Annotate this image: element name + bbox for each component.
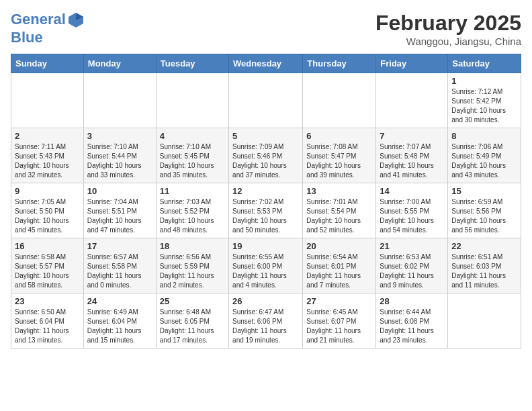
calendar-cell: 25Sunrise: 6:48 AM Sunset: 6:05 PM Dayli… [156,293,228,349]
day-number: 21 [380,241,444,251]
day-info: Sunrise: 6:59 AM Sunset: 5:56 PM Dayligh… [451,197,517,235]
calendar-cell [448,293,521,349]
day-number: 2 [15,131,80,141]
day-number: 16 [15,241,80,251]
calendar-week-row: 16Sunrise: 6:58 AM Sunset: 5:57 PM Dayli… [11,238,521,293]
day-number: 6 [306,131,372,141]
calendar-cell [156,73,228,128]
calendar-cell: 15Sunrise: 6:59 AM Sunset: 5:56 PM Dayli… [448,183,521,238]
day-number: 12 [232,186,299,196]
day-info: Sunrise: 7:02 AM Sunset: 5:53 PM Dayligh… [232,197,299,235]
day-info: Sunrise: 7:08 AM Sunset: 5:47 PM Dayligh… [306,142,372,180]
day-header-friday: Friday [376,54,448,73]
day-info: Sunrise: 6:49 AM Sunset: 6:04 PM Dayligh… [87,308,152,345]
calendar-cell [376,73,448,128]
day-number: 7 [380,131,444,141]
day-info: Sunrise: 7:05 AM Sunset: 5:50 PM Dayligh… [15,197,80,235]
day-info: Sunrise: 6:47 AM Sunset: 6:06 PM Dayligh… [232,308,299,345]
day-header-tuesday: Tuesday [156,54,228,73]
logo-icon [67,11,85,29]
logo: General Blue [11,11,85,46]
day-info: Sunrise: 6:54 AM Sunset: 6:01 PM Dayligh… [306,253,372,290]
day-number: 11 [160,186,225,196]
calendar-cell: 18Sunrise: 6:56 AM Sunset: 5:59 PM Dayli… [156,238,228,293]
day-number: 9 [15,186,80,196]
calendar-cell: 16Sunrise: 6:58 AM Sunset: 5:57 PM Dayli… [11,238,84,293]
day-info: Sunrise: 7:04 AM Sunset: 5:51 PM Dayligh… [87,197,152,235]
calendar-cell: 19Sunrise: 6:55 AM Sunset: 6:00 PM Dayli… [229,238,303,293]
day-number: 1 [451,76,517,86]
calendar-cell: 9Sunrise: 7:05 AM Sunset: 5:50 PM Daylig… [11,183,84,238]
day-info: Sunrise: 7:09 AM Sunset: 5:46 PM Dayligh… [232,142,299,180]
day-info: Sunrise: 6:48 AM Sunset: 6:05 PM Dayligh… [160,308,225,345]
calendar-cell: 2Sunrise: 7:11 AM Sunset: 5:43 PM Daylig… [11,128,84,183]
day-number: 19 [232,241,299,251]
calendar-cell: 12Sunrise: 7:02 AM Sunset: 5:53 PM Dayli… [229,183,303,238]
calendar-cell: 26Sunrise: 6:47 AM Sunset: 6:06 PM Dayli… [229,293,303,349]
day-info: Sunrise: 6:45 AM Sunset: 6:07 PM Dayligh… [306,308,372,345]
day-header-saturday: Saturday [448,54,521,73]
calendar-cell: 11Sunrise: 7:03 AM Sunset: 5:52 PM Dayli… [156,183,228,238]
calendar-week-row: 1Sunrise: 7:12 AM Sunset: 5:42 PM Daylig… [11,73,521,128]
calendar-cell: 6Sunrise: 7:08 AM Sunset: 5:47 PM Daylig… [303,128,376,183]
day-number: 4 [160,131,225,141]
day-info: Sunrise: 7:11 AM Sunset: 5:43 PM Dayligh… [15,142,80,180]
calendar-cell [229,73,303,128]
location: Wanggou, Jiangsu, China [375,36,521,47]
day-number: 10 [87,186,152,196]
calendar-cell: 23Sunrise: 6:50 AM Sunset: 6:04 PM Dayli… [11,293,84,349]
day-number: 14 [380,186,444,196]
calendar-cell [11,73,84,128]
calendar-cell: 1Sunrise: 7:12 AM Sunset: 5:42 PM Daylig… [448,73,521,128]
day-info: Sunrise: 6:55 AM Sunset: 6:00 PM Dayligh… [232,253,299,290]
day-number: 27 [306,296,372,306]
page-header: General Blue February 2025 Wanggou, Jian… [11,11,521,47]
day-info: Sunrise: 7:10 AM Sunset: 5:44 PM Dayligh… [87,142,152,180]
calendar-header-row: SundayMondayTuesdayWednesdayThursdayFrid… [11,54,521,73]
day-info: Sunrise: 6:57 AM Sunset: 5:58 PM Dayligh… [87,253,152,290]
day-number: 24 [87,296,152,306]
day-number: 3 [87,131,152,141]
day-header-sunday: Sunday [11,54,84,73]
calendar-cell: 24Sunrise: 6:49 AM Sunset: 6:04 PM Dayli… [83,293,156,349]
calendar-week-row: 9Sunrise: 7:05 AM Sunset: 5:50 PM Daylig… [11,183,521,238]
day-info: Sunrise: 7:12 AM Sunset: 5:42 PM Dayligh… [451,87,517,125]
day-header-thursday: Thursday [303,54,376,73]
calendar-table: SundayMondayTuesdayWednesdayThursdayFrid… [11,54,521,349]
calendar-cell: 21Sunrise: 6:53 AM Sunset: 6:02 PM Dayli… [376,238,448,293]
day-header-wednesday: Wednesday [229,54,303,73]
day-info: Sunrise: 7:03 AM Sunset: 5:52 PM Dayligh… [160,197,225,235]
day-number: 15 [451,186,517,196]
month-title: February 2025 [375,11,521,36]
day-number: 18 [160,241,225,251]
calendar-cell: 4Sunrise: 7:10 AM Sunset: 5:45 PM Daylig… [156,128,228,183]
calendar-cell: 20Sunrise: 6:54 AM Sunset: 6:01 PM Dayli… [303,238,376,293]
day-number: 28 [380,296,444,306]
calendar-week-row: 23Sunrise: 6:50 AM Sunset: 6:04 PM Dayli… [11,293,521,349]
day-info: Sunrise: 7:07 AM Sunset: 5:48 PM Dayligh… [380,142,444,180]
calendar-cell: 3Sunrise: 7:10 AM Sunset: 5:44 PM Daylig… [83,128,156,183]
logo-text: General [11,11,85,29]
day-info: Sunrise: 6:44 AM Sunset: 6:08 PM Dayligh… [380,308,444,345]
calendar-cell [303,73,376,128]
calendar-cell: 27Sunrise: 6:45 AM Sunset: 6:07 PM Dayli… [303,293,376,349]
day-info: Sunrise: 7:00 AM Sunset: 5:55 PM Dayligh… [380,197,444,235]
day-info: Sunrise: 7:10 AM Sunset: 5:45 PM Dayligh… [160,142,225,180]
calendar-cell: 13Sunrise: 7:01 AM Sunset: 5:54 PM Dayli… [303,183,376,238]
calendar-cell: 8Sunrise: 7:06 AM Sunset: 5:49 PM Daylig… [448,128,521,183]
calendar-cell: 28Sunrise: 6:44 AM Sunset: 6:08 PM Dayli… [376,293,448,349]
calendar-cell: 5Sunrise: 7:09 AM Sunset: 5:46 PM Daylig… [229,128,303,183]
calendar-cell: 22Sunrise: 6:51 AM Sunset: 6:03 PM Dayli… [448,238,521,293]
day-number: 26 [232,296,299,306]
calendar-cell [83,73,156,128]
day-header-monday: Monday [83,54,156,73]
day-info: Sunrise: 7:06 AM Sunset: 5:49 PM Dayligh… [451,142,517,180]
calendar-cell: 7Sunrise: 7:07 AM Sunset: 5:48 PM Daylig… [376,128,448,183]
calendar-cell: 14Sunrise: 7:00 AM Sunset: 5:55 PM Dayli… [376,183,448,238]
day-number: 13 [306,186,372,196]
calendar-cell: 17Sunrise: 6:57 AM Sunset: 5:58 PM Dayli… [83,238,156,293]
day-info: Sunrise: 7:01 AM Sunset: 5:54 PM Dayligh… [306,197,372,235]
calendar-week-row: 2Sunrise: 7:11 AM Sunset: 5:43 PM Daylig… [11,128,521,183]
day-info: Sunrise: 6:50 AM Sunset: 6:04 PM Dayligh… [15,308,80,345]
day-info: Sunrise: 6:51 AM Sunset: 6:03 PM Dayligh… [451,253,517,290]
